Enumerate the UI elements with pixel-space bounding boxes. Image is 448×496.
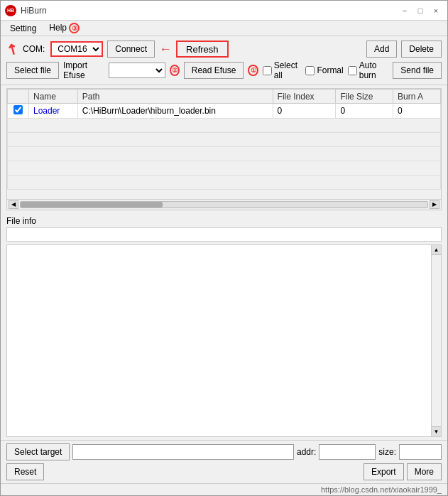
menu-setting[interactable]: Setting	[4, 21, 43, 36]
table-row-empty-2	[8, 133, 441, 147]
row-file-size: 0	[336, 104, 393, 119]
status-bar: https://blog.csdn.net/xiaokair1999_	[1, 483, 447, 495]
file-table-container: Name Path File Index File Size Burn A	[6, 88, 442, 210]
log-textarea[interactable]	[6, 244, 432, 437]
formal-checkbox[interactable]	[305, 66, 315, 75]
bottom-left: Reset	[6, 463, 44, 480]
col-name: Name	[29, 90, 78, 104]
addr-label: addr:	[297, 447, 316, 457]
import-efuse-select[interactable]	[109, 63, 165, 78]
refresh-button[interactable]: Refresh	[176, 41, 229, 58]
log-scrollbar: ▲ ▼	[432, 244, 442, 437]
scroll-thumb	[21, 202, 163, 207]
horizontal-scrollbar[interactable]: ◀ ▶	[7, 199, 441, 209]
table-wrapper: Name Path File Index File Size Burn A	[7, 89, 441, 210]
close-button[interactable]: ×	[429, 4, 443, 18]
auto-burn-checkbox[interactable]	[348, 66, 357, 75]
more-button[interactable]: More	[407, 463, 442, 480]
bottom-row2: Reset Export More	[6, 463, 442, 480]
com-select[interactable]: COM16 COM1 COM2	[50, 41, 103, 57]
send-file-button[interactable]: Send file	[393, 62, 442, 79]
table-row-empty-4	[8, 161, 441, 176]
app-title: HiBurn	[21, 6, 47, 16]
select-all-checkbox-label[interactable]: Select all	[263, 60, 302, 80]
row-check[interactable]	[8, 104, 29, 119]
read-efuse-button[interactable]: Read Efuse	[184, 62, 244, 79]
title-bar: HB HiBurn − □ ×	[1, 1, 447, 21]
title-left: HB HiBurn	[5, 5, 47, 16]
row-file-index: 0	[273, 104, 336, 119]
main-window: HB HiBurn − □ × Setting Help ③ ↖ COM: CO…	[0, 0, 448, 496]
addr-input[interactable]	[319, 444, 376, 460]
row-checkbox[interactable]	[13, 105, 23, 114]
formal-label: Formal	[317, 65, 343, 75]
annotation-2: ②	[170, 65, 180, 76]
title-controls: − □ ×	[398, 4, 443, 18]
annotation-1: ①	[248, 65, 258, 76]
col-file-index: File Index	[273, 90, 336, 104]
delete-button[interactable]: Delete	[401, 41, 442, 58]
table-row: Loader C:\HiBurn\Loader\hiburn_loader.bi…	[8, 104, 441, 119]
table-row-empty-5	[8, 176, 441, 190]
scroll-track[interactable]	[20, 201, 428, 208]
file-info-input[interactable]	[6, 227, 442, 242]
com-label: COM:	[23, 44, 45, 54]
toolbar-row2: Select file Import Efuse ② Read Efuse ① …	[6, 60, 442, 80]
scroll-left-button[interactable]: ◀	[9, 200, 18, 209]
select-file-button[interactable]: Select file	[6, 62, 59, 79]
connect-button[interactable]: Connect	[107, 41, 155, 58]
table-scroll[interactable]: Name Path File Index File Size Burn A	[7, 89, 441, 199]
arrow-annotation-1: ↖	[3, 38, 22, 59]
toolbar: ↖ COM: COM16 COM1 COM2 Connect ← Refresh…	[1, 36, 447, 85]
col-path: Path	[77, 90, 273, 104]
log-scroll-up[interactable]: ▲	[432, 245, 441, 255]
formal-checkbox-label[interactable]: Formal	[305, 65, 343, 75]
log-scroll-down[interactable]: ▼	[432, 426, 441, 436]
col-burn-a: Burn A	[393, 90, 440, 104]
bottom-row1: Select target addr: size:	[6, 443, 442, 460]
row-path: C:\HiBurn\Loader\hiburn_loader.bin	[77, 104, 273, 119]
table-row-empty-3	[8, 147, 441, 161]
size-label: size:	[378, 447, 396, 457]
log-area-section: ▲ ▼	[1, 243, 447, 440]
menu-bar: Setting Help ③	[1, 21, 447, 36]
menu-help[interactable]: Help ③	[43, 21, 86, 36]
toolbar-row1: ↖ COM: COM16 COM1 COM2 Connect ← Refresh…	[6, 41, 442, 58]
bottom-right: Export More	[364, 463, 442, 480]
size-input[interactable]	[399, 444, 442, 460]
file-info-section: File info	[1, 213, 447, 243]
target-input[interactable]	[72, 444, 294, 460]
content-area: Name Path File Index File Size Burn A	[1, 85, 447, 495]
col-check	[8, 90, 29, 104]
log-wrapper: ▲ ▼	[6, 244, 442, 437]
reset-button[interactable]: Reset	[6, 463, 44, 480]
auto-burn-checkbox-label[interactable]: Auto burn	[348, 60, 389, 80]
arrow-annotation-2: ←	[159, 42, 172, 57]
minimize-button[interactable]: −	[398, 4, 412, 18]
select-all-checkbox[interactable]	[263, 66, 272, 75]
export-button[interactable]: Export	[364, 463, 404, 480]
table-row-empty-1	[8, 119, 441, 133]
bottom-bar: Select target addr: size: Reset Export M…	[1, 440, 447, 483]
scroll-right-button[interactable]: ▶	[430, 200, 439, 209]
app-icon: HB	[5, 5, 16, 16]
row-name: Loader	[29, 104, 78, 119]
add-button[interactable]: Add	[366, 41, 397, 58]
select-target-button[interactable]: Select target	[6, 443, 70, 460]
import-efuse-label: Import Efuse	[63, 60, 104, 80]
file-table: Name Path File Index File Size Burn A	[7, 89, 441, 190]
col-file-size: File Size	[336, 90, 393, 104]
status-text: https://blog.csdn.net/xiaokair1999_	[321, 485, 442, 494]
select-all-label: Select all	[274, 60, 302, 80]
annotation-3: ③	[69, 23, 80, 33]
maximize-button[interactable]: □	[413, 4, 427, 18]
row-burn-a: 0	[393, 104, 440, 119]
auto-burn-label: Auto burn	[359, 60, 389, 80]
file-info-label: File info	[6, 216, 442, 226]
